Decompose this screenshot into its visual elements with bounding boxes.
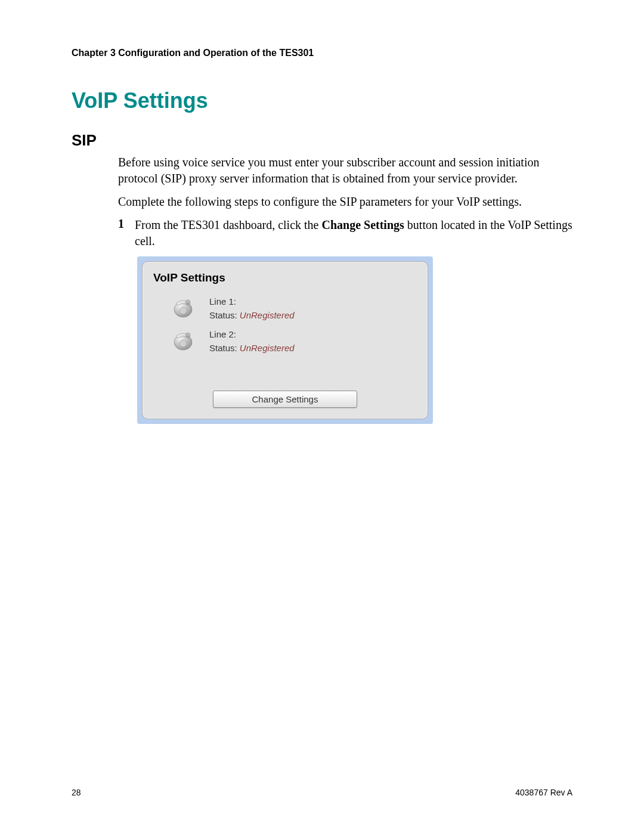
line-row-1: G Line 1: Status: UnRegistered bbox=[153, 295, 417, 322]
instruction-paragraph: Complete the following steps to configur… bbox=[118, 194, 572, 210]
page-footer: 28 4038767 Rev A bbox=[72, 788, 572, 797]
document-id: 4038767 Rev A bbox=[515, 788, 572, 797]
phone-icon: G bbox=[171, 329, 195, 353]
step-prefix: From the TES301 dashboard, click the bbox=[135, 218, 321, 231]
line-2-label: Line 2: bbox=[209, 328, 295, 342]
panel-title: VoIP Settings bbox=[153, 271, 417, 284]
step-text: From the TES301 dashboard, click the Cha… bbox=[135, 217, 572, 249]
svg-text:G: G bbox=[187, 334, 189, 337]
chapter-header: Chapter 3 Configuration and Operation of… bbox=[72, 48, 572, 58]
step-bold: Change Settings bbox=[321, 218, 404, 231]
section-title: VoIP Settings bbox=[72, 88, 572, 113]
subsection-title: SIP bbox=[72, 131, 572, 150]
line-1-status-value: UnRegistered bbox=[240, 310, 295, 320]
step-number: 1 bbox=[118, 217, 135, 249]
panel-button-row: Change Settings bbox=[153, 391, 417, 408]
line-info-1: Line 1: Status: UnRegistered bbox=[209, 295, 295, 322]
line-row-2: G Line 2: Status: UnRegistered bbox=[153, 328, 417, 355]
step-1: 1 From the TES301 dashboard, click the C… bbox=[118, 217, 572, 249]
intro-paragraph: Before using voice service you must ente… bbox=[118, 154, 572, 187]
line-2-status-label: Status: bbox=[209, 343, 240, 353]
page-number: 28 bbox=[72, 788, 81, 797]
panel-inner: VoIP Settings bbox=[142, 261, 428, 419]
line-1-status-label: Status: bbox=[209, 310, 240, 320]
svg-point-5 bbox=[179, 340, 187, 347]
phone-icon: G bbox=[171, 296, 195, 320]
voip-settings-panel-screenshot: VoIP Settings bbox=[137, 256, 572, 424]
svg-point-1 bbox=[179, 307, 187, 314]
line-2-status-value: UnRegistered bbox=[240, 343, 295, 353]
change-settings-button[interactable]: Change Settings bbox=[213, 391, 357, 408]
panel-outer: VoIP Settings bbox=[137, 256, 433, 424]
svg-text:G: G bbox=[187, 301, 189, 305]
line-1-label: Line 1: bbox=[209, 295, 295, 309]
line-info-2: Line 2: Status: UnRegistered bbox=[209, 328, 295, 355]
